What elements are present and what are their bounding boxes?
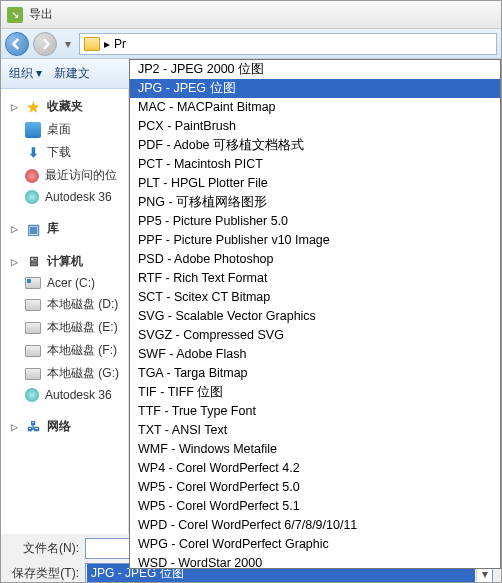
sidebar: ▷ ★ 收藏夹 桌面 ⬇ 下载 最近访问的位 Autodesk 36 [1,89,129,534]
breadcrumb-sep: ▸ [104,37,110,51]
filetype-option[interactable]: WSD - WordStar 2000 [130,554,500,569]
sidebar-libraries-header[interactable]: ▷ ▣ 库 [1,217,128,240]
sidebar-favorites-header[interactable]: ▷ ★ 收藏夹 [1,95,128,118]
filetype-option[interactable]: TXT - ANSI Text [130,421,500,440]
back-button[interactable] [5,32,29,56]
filetype-option[interactable]: TGA - Targa Bitmap [130,364,500,383]
filetype-option[interactable]: SWF - Adobe Flash [130,345,500,364]
network-icon: 🖧 [25,419,41,435]
expand-icon: ▷ [9,257,19,267]
expand-icon: ▷ [9,224,19,234]
sidebar-item-drive-d[interactable]: 本地磁盘 (D:) [1,293,128,316]
sidebar-item-autodesk[interactable]: Autodesk 36 [1,187,128,207]
content-area: JP2 - JPEG 2000 位图JPG - JPEG 位图MAC - MAC… [129,89,501,534]
expand-icon: ▷ [9,422,19,432]
filetype-option[interactable]: PPF - Picture Publisher v10 Image [130,231,500,250]
filetype-option[interactable]: PSD - Adobe Photoshop [130,250,500,269]
filetype-option[interactable]: PCT - Macintosh PICT [130,155,500,174]
filetype-dropdown-list[interactable]: JP2 - JPEG 2000 位图JPG - JPEG 位图MAC - MAC… [129,59,501,569]
new-folder-button[interactable]: 新建文 [54,65,90,82]
breadcrumb-text: Pr [114,37,126,51]
filetype-option[interactable]: PLT - HPGL Plotter File [130,174,500,193]
app-icon: ↘ [7,7,23,23]
filetype-option[interactable]: WMF - Windows Metafile [130,440,500,459]
filetype-option[interactable]: JPG - JPEG 位图 [130,79,500,98]
drive-icon [25,277,41,289]
filetype-option[interactable]: WP5 - Corel WordPerfect 5.1 [130,497,500,516]
drive-icon [25,368,41,380]
desktop-icon [25,122,41,138]
sidebar-item-recent[interactable]: 最近访问的位 [1,164,128,187]
drive-icon [25,299,41,311]
sidebar-item-drive-f[interactable]: 本地磁盘 (F:) [1,339,128,362]
drive-icon [25,322,41,334]
filetype-option[interactable]: PP5 - Picture Publisher 5.0 [130,212,500,231]
sidebar-item-desktop[interactable]: 桌面 [1,118,128,141]
filetype-option[interactable]: PCX - PaintBrush [130,117,500,136]
title-bar: ↘ 导出 [1,1,501,29]
filetype-option[interactable]: WP4 - Corel WordPerfect 4.2 [130,459,500,478]
sidebar-network-header[interactable]: ▷ 🖧 网络 [1,415,128,438]
sidebar-label: 收藏夹 [47,98,83,115]
filetype-option[interactable]: PNG - 可移植网络图形 [130,193,500,212]
filetype-option[interactable]: SCT - Scitex CT Bitmap [130,288,500,307]
sidebar-item-downloads[interactable]: ⬇ 下载 [1,141,128,164]
expand-icon: ▷ [9,102,19,112]
sidebar-item-autodesk2[interactable]: Autodesk 36 [1,385,128,405]
filetype-option[interactable]: JP2 - JPEG 2000 位图 [130,60,500,79]
computer-icon: 🖥 [25,254,41,270]
history-dropdown-icon[interactable]: ▾ [61,37,75,51]
drive-icon [25,345,41,357]
filetype-option[interactable]: TIF - TIFF 位图 [130,383,500,402]
download-icon: ⬇ [25,145,41,161]
forward-button[interactable] [33,32,57,56]
recent-icon [25,169,39,183]
window-title: 导出 [29,6,53,23]
sidebar-computer-header[interactable]: ▷ 🖥 计算机 [1,250,128,273]
filetype-option[interactable]: SVG - Scalable Vector Graphics [130,307,500,326]
filetype-option[interactable]: WPD - Corel WordPerfect 6/7/8/9/10/11 [130,516,500,535]
filetype-option[interactable]: RTF - Rich Text Format [130,269,500,288]
filetype-option[interactable]: MAC - MACPaint Bitmap [130,98,500,117]
filetype-option[interactable]: TTF - True Type Font [130,402,500,421]
organize-button[interactable]: 组织 ▾ [9,65,42,82]
filetype-option[interactable]: WP5 - Corel WordPerfect 5.0 [130,478,500,497]
filetype-option[interactable]: WPG - Corel WordPerfect Graphic [130,535,500,554]
sidebar-item-drive-e[interactable]: 本地磁盘 (E:) [1,316,128,339]
filetype-option[interactable]: PDF - Adobe 可移植文档格式 [130,136,500,155]
autodesk-icon [25,388,39,402]
sidebar-item-drive-g[interactable]: 本地磁盘 (G:) [1,362,128,385]
filetype-label: 保存类型(T): [9,565,79,582]
filetype-option[interactable]: SVGZ - Compressed SVG [130,326,500,345]
address-bar[interactable]: ▸ Pr [79,33,497,55]
filename-label: 文件名(N): [9,540,79,557]
star-icon: ★ [25,99,41,115]
folder-icon [84,37,100,51]
sidebar-item-drive-c[interactable]: Acer (C:) [1,273,128,293]
nav-bar: ▾ ▸ Pr [1,29,501,59]
autodesk-icon [25,190,39,204]
libraries-icon: ▣ [25,221,41,237]
